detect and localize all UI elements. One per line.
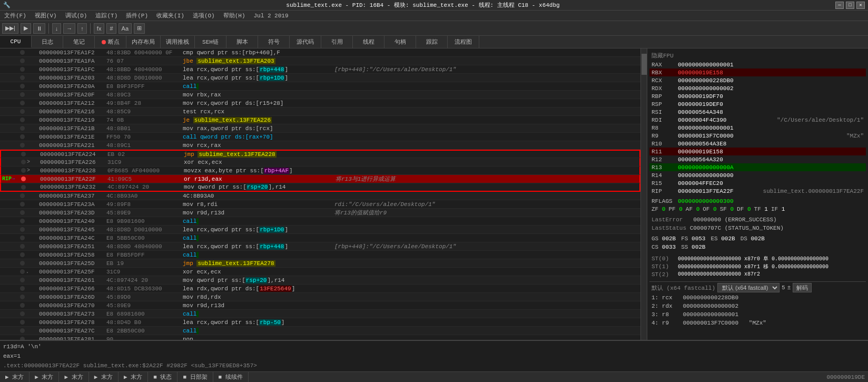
disasm-row[interactable]: 000000013F7EA27045:89E9mov r9d,r13d (0, 301, 640, 310)
breakpoint-dot[interactable] (18, 210, 26, 215)
disasm-row[interactable]: 000000013F7EA20F48:89C3mov rbx,rax (0, 91, 640, 99)
disasm-address[interactable]: 000000013F7EA20A (39, 83, 106, 90)
tab-trace[interactable]: 跟踪 (416, 36, 448, 48)
disasm-row[interactable]: 000000013F7EA26648:8D15 DCB36300lea rdx,… (0, 285, 640, 293)
reg-value-rax[interactable]: 0000000000000001 (678, 62, 864, 68)
disasm-address[interactable]: 000000013F7EA270 (39, 302, 106, 309)
breakpoint-dot[interactable] (19, 177, 27, 181)
disasm-row[interactable]: 000000013F7EA25DEB 19jmp sublime_text.13… (0, 259, 640, 268)
disasm-row[interactable]: 000000013F7EA27CE8 2BB50C00call (0, 327, 640, 335)
toolbar-pause[interactable]: ⏸ (33, 23, 45, 34)
reg-value-r10[interactable]: 0000000564A3E8 (678, 141, 864, 147)
disasm-address[interactable]: 000000013F7EA24C (39, 235, 106, 241)
reg-value-r13[interactable]: 000000000000000A (678, 164, 864, 171)
reg-value-r11[interactable]: 000000019E158 (678, 149, 864, 155)
bottom-tab-6[interactable]: ■ 状态 (148, 372, 177, 382)
tab-sym[interactable]: 符号 (258, 36, 290, 48)
disasm-row[interactable]: 000000013F7EA28190nop (0, 335, 640, 340)
reg-row-r11[interactable]: R11000000019E158 (649, 148, 866, 155)
disasm-row[interactable]: >000000013F7EA22631C9xor ecx,ecx (0, 158, 640, 166)
disasm-row[interactable]: .000000013F7EA25F31C9xor ecx,ecx (0, 268, 640, 276)
disasm-row[interactable]: 000000013F7EA1FA76 07jbe sublime_text.13… (0, 57, 640, 65)
disasm-address[interactable]: 000000013F7EA251 (39, 243, 106, 250)
disasm-row[interactable]: 000000013F7EA224EB 02jmp sublime_text.13… (0, 150, 640, 158)
disasm-address[interactable]: 000000013F7EA21B (39, 125, 106, 132)
breakpoint-dot[interactable] (18, 50, 26, 55)
breakpoint-dot[interactable] (19, 168, 27, 173)
tab-note[interactable]: 笔记 (63, 36, 95, 48)
breakpoint-dot[interactable] (18, 295, 26, 299)
reg-row-r12[interactable]: R12000000564A320 (649, 155, 866, 163)
disasm-row[interactable]: 000000013F7EA21EFF50 70call qword ptr ds… (0, 133, 640, 141)
breakpoint-dot[interactable] (18, 101, 26, 105)
flag-pf[interactable]: PF 0 (668, 206, 682, 212)
breakpoint-dot[interactable] (18, 261, 26, 266)
flag-of[interactable]: OF 0 (703, 206, 716, 212)
disasm-address[interactable]: 000000013F7EA22F (40, 176, 107, 182)
flag-zf[interactable]: ZF 0 (652, 206, 665, 212)
disasm-address[interactable]: 000000013F7EA26D (39, 294, 106, 300)
reg-value-r15[interactable]: 0000004FFEC20 (678, 180, 864, 187)
disasm-row[interactable]: >000000013F7EA2280FB685 AF040000movzx ea… (0, 166, 640, 175)
reg-row-rbp[interactable]: RBP000000019DF70 (649, 92, 866, 100)
disasm-row[interactable]: RIP→000000013F7EA22F41:09C5or r13d,eax将r… (0, 175, 640, 183)
flag-if[interactable]: IF 1 (771, 206, 785, 212)
breakpoint-dot[interactable] (18, 58, 26, 63)
reg-value-rcx[interactable]: 0000000000228DB0 (678, 77, 864, 84)
toolbar-extra[interactable]: ⊞ (134, 23, 145, 34)
disasm-row[interactable]: 000000013F7EA26D45:89D0mov r8d,rdx (0, 293, 640, 301)
disasm-row[interactable]: 000000013F7EA21974 0Bje sublime_text.13F… (0, 116, 640, 124)
reg-row-rsi[interactable]: RSI000000564A348 (649, 108, 866, 116)
disasm-address[interactable]: 000000013F7EA20F (39, 92, 106, 98)
menu-item-2[interactable]: 调试(D) (63, 11, 90, 21)
disasm-address[interactable]: 000000013F7EA25F (39, 269, 106, 275)
reg-row-rsp[interactable]: RSP000000019DEF0 (649, 100, 866, 108)
breakpoint-dot[interactable] (18, 236, 26, 240)
menu-item-1[interactable]: 视图(V) (33, 11, 59, 21)
disasm-address[interactable]: 000000013F7EA240 (39, 218, 106, 224)
tab-break[interactable]: 断点 (95, 36, 126, 48)
tab-seh[interactable]: SEH链 (195, 36, 226, 48)
reg-row-r15[interactable]: R150000004FFEC20 (649, 179, 866, 187)
disasm-row[interactable]: 000000013F7EA25148:8D8D 48040000lea rcx,… (0, 242, 640, 251)
reg-value-r8[interactable]: 0000000000000001 (678, 125, 864, 131)
reg-value-rdx[interactable]: 0000000000000002 (678, 85, 864, 92)
bottom-tab-3[interactable]: ▶ 末方 (59, 372, 88, 382)
breakpoint-dot[interactable] (18, 193, 26, 198)
breakpoint-dot[interactable] (18, 278, 26, 282)
breakpoint-dot[interactable] (18, 320, 26, 325)
disasm-row[interactable]: 000000013F7EA1FC48:8BBD 48040000lea rcx,… (0, 65, 640, 74)
breakpoint-dot[interactable] (18, 252, 26, 257)
breakpoint-dot[interactable] (18, 311, 26, 316)
reg-row-rip[interactable]: RIP000000013F7EA22Fsublime_text.00000001… (649, 187, 866, 195)
reg-value-r12[interactable]: 000000564A320 (678, 156, 864, 163)
breakpoint-dot[interactable] (18, 227, 26, 232)
disasm-address[interactable]: 000000013F7EA1FC (39, 66, 106, 73)
bottom-tab-7[interactable]: ■ 日部架 (177, 372, 213, 382)
disasm-address[interactable]: 000000013F7EA224 (40, 151, 107, 158)
reg-row-rbx[interactable]: RBX000000019E158 (649, 68, 866, 76)
disasm-row[interactable]: 000000013F7EA1F248:83BD 60040000 0Fcmp q… (0, 48, 640, 57)
disasm-address[interactable]: 000000013F7EA1FA (39, 58, 106, 64)
breakpoint-dot[interactable] (18, 92, 26, 97)
tab-script[interactable]: 脚本 (226, 36, 258, 48)
disasm-address[interactable]: 000000013F7EA261 (39, 277, 106, 283)
reg-row-r14[interactable]: R140000000000000000 (649, 171, 866, 179)
menu-item-6[interactable]: 选项(O) (191, 11, 217, 21)
disasm-address[interactable]: 000000013F7EA25D (39, 260, 106, 267)
breakpoint-dot[interactable] (18, 109, 26, 114)
disasm-address[interactable]: 000000013F7EA278 (39, 319, 106, 326)
breakpoint-dot[interactable] (18, 328, 26, 333)
toolbar-step-over[interactable]: → (63, 23, 75, 34)
disasm-row[interactable]: 000000013F7EA23A49:89F8mov r8,rdirdi:"/C… (0, 200, 640, 209)
menu-item-3[interactable]: 追踪(T) (93, 11, 120, 21)
reg-value-rbx[interactable]: 000000019E158 (678, 70, 864, 76)
disasm-address[interactable]: 000000013F7EA232 (40, 184, 107, 190)
disasm-address[interactable]: 000000013F7EA273 (39, 311, 106, 317)
flag-df[interactable]: DF 0 (737, 206, 751, 212)
bottom-tab-5[interactable]: ▶ 末方 (119, 372, 148, 382)
reg-row-r9[interactable]: R9000000013F7C0000"MZx" (649, 132, 866, 140)
tab-log[interactable]: 日志 (32, 36, 63, 48)
reg-value-r14[interactable]: 0000000000000000 (678, 172, 864, 179)
breakpoint-dot[interactable] (18, 269, 26, 274)
